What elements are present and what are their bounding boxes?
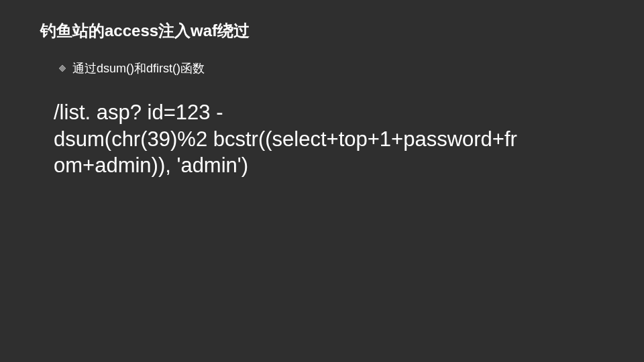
- bullet-text: 通过dsum()和dfirst()函数: [72, 60, 205, 76]
- slide-title: 钓鱼站的access注入waf绕过: [40, 20, 604, 42]
- code-line: om+admin)), 'admin'): [54, 152, 584, 179]
- code-line: /list. asp? id=123 -: [54, 99, 584, 126]
- slide: 钓鱼站的access注入waf绕过 通过dsum()和dfirst()函数 /l…: [0, 0, 644, 362]
- bullet-item: 通过dsum()和dfirst()函数: [59, 60, 604, 76]
- svg-rect-0: [59, 65, 66, 72]
- bullet-diamond-icon: [59, 65, 66, 72]
- code-block: /list. asp? id=123 - dsum(chr(39)%2 bcst…: [54, 99, 584, 179]
- code-line: dsum(chr(39)%2 bcstr((select+top+1+passw…: [54, 126, 584, 153]
